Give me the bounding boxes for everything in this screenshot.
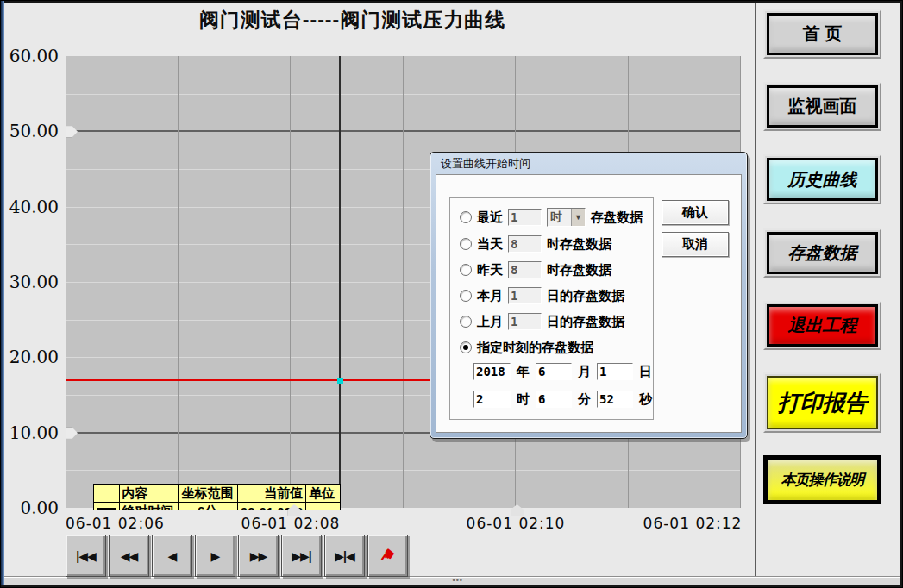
month-label: 月 <box>578 364 591 380</box>
legend-range-cell: 6分 <box>178 503 237 511</box>
radio-this-month-label: 本月 <box>477 288 503 304</box>
step-back-icon: ◀ <box>168 549 177 563</box>
radio-row-yesterday: 昨天 8 时存盘数据 <box>460 261 611 278</box>
radio-row-last-month: 上月 1 日的存盘数据 <box>460 313 624 330</box>
hour-input[interactable]: 2 <box>473 391 511 408</box>
curve-legend-table: 内容 坐标范围 当前值 单位 绝对时间 6分 06-01 02:0 <box>93 484 341 510</box>
meet-cursor-icon: ▶|◀ <box>335 549 354 563</box>
x-tick-label: 06-01 02:08 <box>241 515 341 532</box>
skip-to-end-icon: ▶▶| <box>292 549 310 563</box>
nav-saved-data-button[interactable]: 存盘数据 <box>763 228 881 278</box>
recent-unit-value: 时 <box>548 209 571 226</box>
x-tick-label: 06-01 02:10 <box>467 515 566 532</box>
bottom-scroll-strip[interactable]: ••• <box>4 576 900 585</box>
radio-recent-suffix: 存盘数据 <box>591 210 643 226</box>
time-input-row: 2 时 6 分 52 秒 <box>473 390 652 409</box>
fast-rewind-icon: ◀◀ <box>121 549 138 563</box>
last-month-day-input[interactable]: 1 <box>508 313 542 330</box>
go-to-end-button[interactable]: ▶▶| <box>281 535 322 577</box>
legend-swatch-header <box>94 485 120 503</box>
legend-header-unit: 单位 <box>306 485 341 503</box>
print-report-label: 打印报告 <box>767 376 878 429</box>
fast-forward-button[interactable]: ▶▶ <box>238 535 279 577</box>
print-report-button[interactable]: 打印报告 <box>763 372 881 433</box>
year-label: 年 <box>517 364 530 380</box>
this-month-day-input[interactable]: 1 <box>508 287 542 304</box>
radio-specified-time-label: 指定时刻的存盘数据 <box>477 340 593 356</box>
h-gridline <box>66 470 741 471</box>
go-to-cursor-button[interactable]: ▶|◀ <box>324 535 365 577</box>
grip-dots-icon: ••• <box>453 579 463 583</box>
legend-header-row: 内容 坐标范围 当前值 单位 <box>94 485 341 503</box>
x-tick-label: 06-01 02:06 <box>66 515 165 532</box>
exit-project-button[interactable]: 退出工程 <box>763 301 881 350</box>
month-input[interactable]: 6 <box>536 363 572 380</box>
fast-forward-icon: ▶▶ <box>250 549 267 563</box>
second-input[interactable]: 52 <box>597 391 633 408</box>
h-gridline <box>66 94 741 95</box>
radio-today-suffix: 时存盘数据 <box>547 236 611 253</box>
radio-yesterday-suffix: 时存盘数据 <box>547 262 611 278</box>
dialog-groupbox <box>449 197 654 420</box>
legend-data-row: 绝对时间 6分 06-01 02:0 <box>94 503 341 511</box>
nav-history-curve-button[interactable]: 历史曲线 <box>763 154 881 204</box>
recent-unit-combo[interactable]: 时 ▼ <box>547 208 586 227</box>
step-forward-button[interactable]: ▶ <box>195 535 235 577</box>
reference-arrow-marker[interactable] <box>66 428 78 439</box>
v-gridline <box>178 56 179 508</box>
v-gridline <box>290 56 291 508</box>
radio-this-month[interactable] <box>460 290 472 302</box>
time-cursor-line[interactable] <box>339 56 341 508</box>
hand-pick-button[interactable]: ☚ <box>367 535 408 577</box>
step-forward-icon: ▶ <box>211 549 220 563</box>
day-input[interactable]: 1 <box>597 363 633 380</box>
y-tick-label: 10.00 <box>1 423 59 442</box>
go-to-start-button[interactable]: |◀◀ <box>66 535 106 577</box>
confirm-button[interactable]: 确认 <box>662 200 729 225</box>
day-label: 日 <box>639 364 652 380</box>
y-tick-label: 60.00 <box>1 47 59 66</box>
page-title: 阀门测试台-----阀门测试压力曲线 <box>1 7 704 34</box>
radio-today[interactable] <box>460 238 472 250</box>
recent-count-input[interactable]: 1 <box>508 209 542 226</box>
radio-row-today: 当天 8 时存盘数据 <box>460 235 611 253</box>
nav-monitor-button[interactable]: 监视画面 <box>763 82 881 131</box>
exit-project-label: 退出工程 <box>767 304 878 347</box>
date-input-row: 2018 年 6 月 1 日 <box>473 362 652 381</box>
skip-to-start-icon: |◀◀ <box>76 549 95 563</box>
page-help-label: 本页操作说明 <box>763 455 881 504</box>
radio-last-month[interactable] <box>460 316 472 328</box>
radio-recent-label: 最近 <box>477 210 503 226</box>
cancel-button[interactable]: 取消 <box>662 232 729 257</box>
chevron-down-icon[interactable]: ▼ <box>571 209 585 226</box>
legend-header-current: 当前值 <box>237 485 306 503</box>
radio-specified-time[interactable] <box>460 341 472 353</box>
legend-content-cell: 绝对时间 <box>119 503 178 511</box>
nav-monitor-label: 监视画面 <box>767 85 878 128</box>
fast-rewind-button[interactable]: ◀◀ <box>109 535 149 577</box>
panel-divider <box>755 3 756 577</box>
reference-arrow-marker[interactable] <box>66 126 78 137</box>
window-border-left <box>1 1 4 587</box>
nav-history-curve-label: 历史曲线 <box>767 158 878 201</box>
nav-saved-data-label: 存盘数据 <box>767 232 878 274</box>
step-back-button[interactable]: ◀ <box>152 535 192 577</box>
radio-recent[interactable] <box>460 211 472 223</box>
page-help-button[interactable]: 本页操作说明 <box>763 455 881 504</box>
legend-header-range: 坐标范围 <box>178 485 237 503</box>
y-tick-label: 30.00 <box>1 272 59 291</box>
playback-toolbar: |◀◀ ◀◀ ◀ ▶ ▶▶ ▶▶| ▶|◀ ☚ <box>66 535 408 577</box>
nav-home-button[interactable]: 首 页 <box>763 9 881 59</box>
radio-last-month-suffix: 日的存盘数据 <box>547 314 624 330</box>
yesterday-hour-input[interactable]: 8 <box>508 261 542 278</box>
nav-home-label: 首 页 <box>767 13 878 55</box>
legend-unit-cell <box>306 503 341 511</box>
radio-yesterday[interactable] <box>460 264 472 276</box>
year-input[interactable]: 2018 <box>473 363 511 380</box>
red-hand-icon: ☚ <box>374 543 400 568</box>
minute-input[interactable]: 6 <box>536 391 572 408</box>
today-hour-input[interactable]: 8 <box>508 235 542 253</box>
y-tick-label: 20.00 <box>1 347 59 366</box>
y-axis: 60.00 50.00 40.00 30.00 20.00 10.00 0.00 <box>1 56 61 508</box>
cursor-value-dot <box>337 378 343 384</box>
